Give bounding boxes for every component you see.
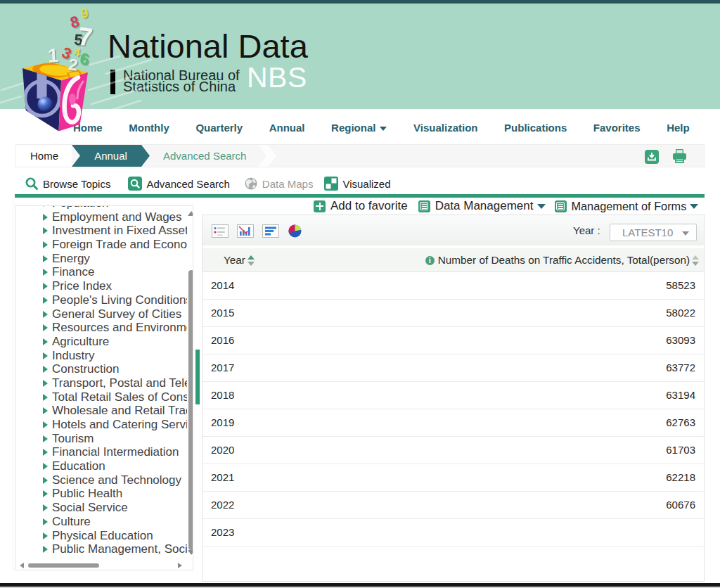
svg-text:1: 1 (47, 45, 59, 67)
svg-text:9: 9 (79, 5, 90, 21)
svg-text:8: 8 (68, 13, 81, 32)
